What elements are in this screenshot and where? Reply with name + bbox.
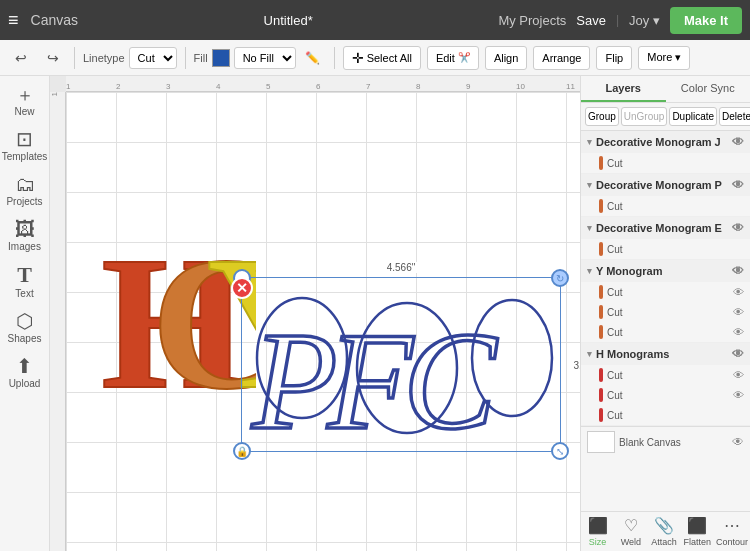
ruler-left: 1: [50, 92, 66, 551]
layer-group-h: ▾ H Monograms 👁 Cut 👁 Cut 👁 Cut: [581, 343, 750, 426]
bottom-tab-weld[interactable]: ♡ Weld: [614, 512, 647, 551]
eye-icon[interactable]: 👁: [733, 369, 744, 381]
fill-select[interactable]: No Fill: [234, 47, 296, 69]
eye-icon[interactable]: 👁: [733, 306, 744, 318]
chevron-icon: ▾: [587, 223, 592, 233]
blank-canvas-label: Blank Canvas: [619, 437, 681, 448]
color-bar: [599, 285, 603, 299]
sidebar-item-text[interactable]: T Text: [0, 258, 49, 305]
new-icon: ＋: [16, 86, 34, 104]
blank-canvas-eye[interactable]: 👁: [732, 435, 744, 449]
save-button[interactable]: Save: [576, 13, 606, 28]
weld-icon: ♡: [624, 516, 638, 535]
fill-color-swatch[interactable]: [212, 49, 230, 67]
layer-item-y-cut2[interactable]: Cut 👁: [581, 302, 750, 322]
flip-button[interactable]: Flip: [596, 46, 632, 70]
layer-group-y-header[interactable]: ▾ Y Monogram 👁: [581, 260, 750, 282]
sidebar-item-new-label: New: [14, 106, 34, 117]
undo-button[interactable]: ↩: [8, 45, 34, 71]
chevron-icon: ▾: [587, 180, 592, 190]
divider: |: [616, 13, 619, 27]
visibility-e-icon[interactable]: 👁: [732, 221, 744, 235]
svg-text:PFC: PFC: [251, 303, 498, 453]
eye-icon[interactable]: 👁: [733, 286, 744, 298]
ruler-top: 1 2 3 4 5 6 7 8 9 10 11: [66, 76, 580, 92]
layer-group-p-header[interactable]: ▾ Decorative Monogram P 👁: [581, 174, 750, 196]
separator: [74, 47, 75, 69]
shapes-icon: ⬡: [16, 311, 33, 331]
sidebar-item-shapes[interactable]: ⬡ Shapes: [0, 305, 49, 350]
canvas-area[interactable]: 1 2 3 4 5 6 7 8 9 10 11 1 H: [50, 76, 580, 551]
bottom-tab-attach[interactable]: 📎 Attach: [648, 512, 681, 551]
fill-label: Fill: [194, 52, 208, 64]
selection-height-label: 3.113": [573, 359, 580, 370]
layers-list: ▾ Decorative Monogram J 👁 Cut ▾ Decorati…: [581, 131, 750, 511]
sidebar-item-text-label: Text: [15, 288, 33, 299]
tab-color-sync[interactable]: Color Sync: [666, 76, 751, 102]
pfc-svg: PFC: [242, 278, 562, 453]
sidebar-item-images-label: Images: [8, 241, 41, 252]
color-bar: [599, 408, 603, 422]
linetype-select[interactable]: Cut: [129, 47, 177, 69]
layer-group-monogram-j: ▾ Decorative Monogram J 👁 Cut: [581, 131, 750, 174]
layer-item-h-cut1[interactable]: Cut 👁: [581, 365, 750, 385]
layer-item-e-cut[interactable]: Cut: [581, 239, 750, 259]
templates-icon: ⊡: [16, 129, 33, 149]
eye-icon[interactable]: 👁: [733, 389, 744, 401]
ungroup-button[interactable]: UnGroup: [621, 107, 668, 126]
visibility-y-icon[interactable]: 👁: [732, 264, 744, 278]
more-button[interactable]: More ▾: [638, 46, 690, 70]
layer-item-y-cut1[interactable]: Cut 👁: [581, 282, 750, 302]
layer-item-j-cut[interactable]: Cut: [581, 153, 750, 173]
layer-item-y-cut3[interactable]: Cut 👁: [581, 322, 750, 342]
bottom-tab-flatten[interactable]: ⬛ Flatten: [681, 512, 714, 551]
arrange-button[interactable]: Arrange: [533, 46, 590, 70]
sidebar-item-projects[interactable]: 🗂 Projects: [0, 168, 49, 213]
eye-icon[interactable]: 👁: [733, 326, 744, 338]
blank-canvas-preview: [587, 431, 615, 453]
sidebar-item-upload[interactable]: ⬆ Upload: [0, 350, 49, 395]
layer-item-h-cut2[interactable]: Cut 👁: [581, 385, 750, 405]
projects-icon: 🗂: [15, 174, 35, 194]
redo-button[interactable]: ↪: [40, 45, 66, 71]
visibility-h-icon[interactable]: 👁: [732, 347, 744, 361]
delete-layer-button[interactable]: Delete: [719, 107, 750, 126]
sidebar-item-templates[interactable]: ⊡ Templates: [0, 123, 49, 168]
make-it-button[interactable]: Make It: [670, 7, 742, 34]
layer-item-p-cut[interactable]: Cut: [581, 196, 750, 216]
top-bar-actions: My Projects Save | Joy ▾ Make It: [498, 7, 742, 34]
select-all-button[interactable]: ✛ Select All: [343, 46, 421, 70]
delete-button[interactable]: ✕: [231, 277, 253, 299]
bottom-tab-size[interactable]: ⬛ Size: [581, 512, 614, 551]
visibility-j-icon[interactable]: 👁: [732, 135, 744, 149]
menu-icon[interactable]: ≡: [8, 10, 19, 31]
images-icon: 🖼: [15, 219, 35, 239]
color-bar: [599, 325, 603, 339]
sidebar-item-images[interactable]: 🖼 Images: [0, 213, 49, 258]
duplicate-button[interactable]: Duplicate: [669, 107, 717, 126]
canvas-content[interactable]: H C Y 4.566" 3.113" ↻ 🔒: [66, 92, 580, 551]
color-bar: [599, 156, 603, 170]
fill-edit-icon[interactable]: ✏️: [300, 45, 326, 71]
user-menu[interactable]: Joy ▾: [629, 13, 660, 28]
visibility-p-icon[interactable]: 👁: [732, 178, 744, 192]
layer-group-monogram-e: ▾ Decorative Monogram E 👁 Cut: [581, 217, 750, 260]
align-button[interactable]: Align: [485, 46, 527, 70]
layer-group-h-header[interactable]: ▾ H Monograms 👁: [581, 343, 750, 365]
chevron-icon: ▾: [587, 266, 592, 276]
bottom-tab-contour[interactable]: ⋯ Contour: [714, 512, 750, 551]
right-panel: Layers Color Sync Group UnGroup Duplicat…: [580, 76, 750, 551]
layer-group-j-header[interactable]: ▾ Decorative Monogram J 👁: [581, 131, 750, 153]
sidebar-item-new[interactable]: ＋ New: [0, 80, 49, 123]
pfc-selection-box[interactable]: 4.566" 3.113" ↻ 🔒 ⤡ PFC: [241, 277, 561, 452]
my-projects-link[interactable]: My Projects: [498, 13, 566, 28]
hcy-monogram[interactable]: H C Y: [96, 187, 256, 417]
canvas-label: Canvas: [31, 12, 78, 28]
group-button[interactable]: Group: [585, 107, 619, 126]
top-bar: ≡ Canvas Untitled* My Projects Save | Jo…: [0, 0, 750, 40]
layer-item-h-cut3[interactable]: Cut: [581, 405, 750, 425]
layer-group-h-name: H Monograms: [596, 348, 669, 360]
edit-button[interactable]: Edit ✂️: [427, 46, 479, 70]
tab-layers[interactable]: Layers: [581, 76, 666, 102]
layer-group-e-header[interactable]: ▾ Decorative Monogram E 👁: [581, 217, 750, 239]
